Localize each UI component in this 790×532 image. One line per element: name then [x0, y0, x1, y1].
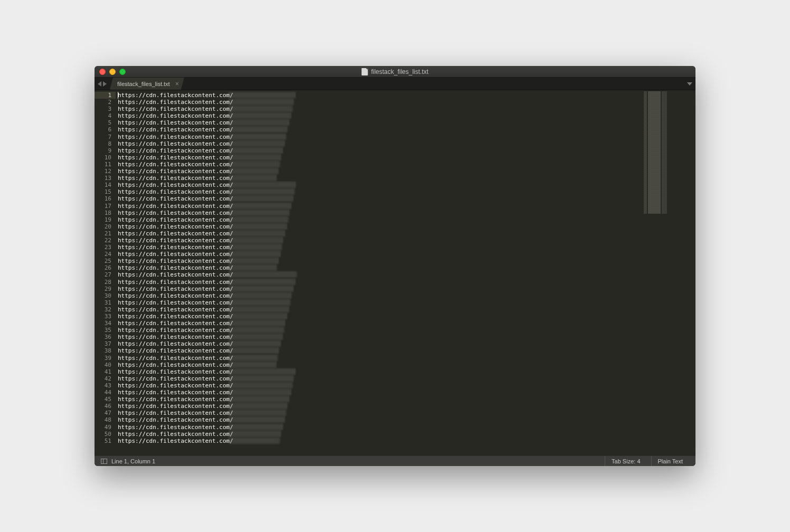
- code-line[interactable]: https://cdn.filestackcontent.com/: [118, 168, 695, 175]
- code-line[interactable]: https://cdn.filestackcontent.com/: [118, 161, 695, 168]
- line-number[interactable]: 10: [95, 154, 111, 161]
- code-line[interactable]: https://cdn.filestackcontent.com/: [118, 134, 695, 140]
- code-line[interactable]: https://cdn.filestackcontent.com/: [118, 368, 695, 375]
- code-line[interactable]: https://cdn.filestackcontent.com/: [118, 188, 695, 195]
- line-number[interactable]: 50: [95, 431, 111, 438]
- line-number[interactable]: 25: [95, 258, 111, 264]
- tab-size-status[interactable]: Tab Size: 4: [605, 456, 646, 466]
- line-number[interactable]: 16: [95, 195, 111, 202]
- code-line[interactable]: https://cdn.filestackcontent.com/: [118, 210, 695, 216]
- line-number[interactable]: 14: [95, 182, 111, 188]
- code-line[interactable]: https://cdn.filestackcontent.com/: [118, 195, 695, 202]
- code-line[interactable]: https://cdn.filestackcontent.com/: [118, 334, 695, 340]
- line-number[interactable]: 4: [95, 112, 111, 119]
- line-number[interactable]: 21: [95, 230, 111, 237]
- line-number[interactable]: 2: [95, 99, 111, 106]
- line-number[interactable]: 32: [95, 306, 111, 313]
- line-number[interactable]: 30: [95, 292, 111, 299]
- line-number[interactable]: 33: [95, 313, 111, 320]
- code-line[interactable]: https://cdn.filestackcontent.com/: [118, 147, 695, 154]
- line-number[interactable]: 24: [95, 251, 111, 258]
- code-line[interactable]: https://cdn.filestackcontent.com/: [118, 416, 695, 423]
- line-number[interactable]: 51: [95, 438, 111, 444]
- file-tab[interactable]: filestack_files_list.txt ×: [110, 78, 184, 90]
- line-number[interactable]: 47: [95, 410, 111, 416]
- code-line[interactable]: https://cdn.filestackcontent.com/: [118, 140, 695, 147]
- code-line[interactable]: https://cdn.filestackcontent.com/: [118, 264, 695, 271]
- code-line[interactable]: https://cdn.filestackcontent.com/: [118, 382, 695, 389]
- line-number[interactable]: 49: [95, 424, 111, 431]
- line-number[interactable]: 13: [95, 175, 111, 182]
- line-number[interactable]: 40: [95, 362, 111, 368]
- code-line[interactable]: https://cdn.filestackcontent.com/: [118, 327, 695, 334]
- code-line[interactable]: https://cdn.filestackcontent.com/: [118, 410, 695, 416]
- line-number[interactable]: 6: [95, 126, 111, 133]
- code-line[interactable]: https://cdn.filestackcontent.com/: [118, 119, 695, 126]
- close-window-button[interactable]: [99, 69, 106, 75]
- line-number[interactable]: 48: [95, 416, 111, 423]
- code-line[interactable]: https://cdn.filestackcontent.com/: [118, 99, 695, 106]
- line-number[interactable]: 27: [95, 271, 111, 278]
- code-line[interactable]: https://cdn.filestackcontent.com/: [118, 320, 695, 327]
- line-number[interactable]: 15: [95, 188, 111, 195]
- code-line[interactable]: https://cdn.filestackcontent.com/: [118, 362, 695, 368]
- line-number[interactable]: 42: [95, 375, 111, 382]
- line-number[interactable]: 23: [95, 244, 111, 251]
- line-number[interactable]: 8: [95, 140, 111, 147]
- code-line[interactable]: https://cdn.filestackcontent.com/: [118, 216, 695, 223]
- line-number[interactable]: 7: [95, 134, 111, 140]
- minimize-window-button[interactable]: [109, 69, 116, 75]
- line-number[interactable]: 29: [95, 286, 111, 292]
- line-number[interactable]: 1: [95, 92, 116, 99]
- code-line[interactable]: https://cdn.filestackcontent.com/: [118, 223, 695, 230]
- zoom-window-button[interactable]: [119, 69, 126, 75]
- editor-area[interactable]: 1234567891011121314151617181920212223242…: [95, 90, 695, 455]
- code-line[interactable]: https://cdn.filestackcontent.com/: [118, 203, 695, 210]
- code-line[interactable]: https://cdn.filestackcontent.com/: [118, 313, 695, 320]
- code-line[interactable]: https://cdn.filestackcontent.com/: [118, 92, 695, 99]
- code-line[interactable]: https://cdn.filestackcontent.com/: [118, 299, 695, 306]
- line-number[interactable]: 34: [95, 320, 111, 327]
- code-line[interactable]: https://cdn.filestackcontent.com/: [118, 403, 695, 410]
- line-number[interactable]: 31: [95, 299, 111, 306]
- code-line[interactable]: https://cdn.filestackcontent.com/: [118, 251, 695, 258]
- syntax-status[interactable]: Plain Text: [651, 456, 690, 466]
- line-number[interactable]: 19: [95, 216, 111, 223]
- line-number[interactable]: 18: [95, 210, 111, 216]
- line-number[interactable]: 3: [95, 106, 111, 112]
- code-line[interactable]: https://cdn.filestackcontent.com/: [118, 375, 695, 382]
- gutter[interactable]: 1234567891011121314151617181920212223242…: [95, 90, 116, 455]
- nav-back-icon[interactable]: [98, 81, 101, 87]
- line-number[interactable]: 38: [95, 347, 111, 354]
- line-number[interactable]: 36: [95, 334, 111, 340]
- code-line[interactable]: https://cdn.filestackcontent.com/: [118, 347, 695, 354]
- sidebar-toggle-icon[interactable]: [101, 459, 107, 464]
- line-number[interactable]: 43: [95, 382, 111, 389]
- line-number[interactable]: 12: [95, 168, 111, 175]
- code-line[interactable]: https://cdn.filestackcontent.com/: [118, 355, 695, 362]
- code-line[interactable]: https://cdn.filestackcontent.com/: [118, 230, 695, 237]
- line-number[interactable]: 5: [95, 119, 111, 126]
- cursor-position-status[interactable]: Line 1, Column 1: [111, 458, 155, 464]
- line-number[interactable]: 39: [95, 355, 111, 362]
- line-number[interactable]: 46: [95, 403, 111, 410]
- code-line[interactable]: https://cdn.filestackcontent.com/: [118, 431, 695, 438]
- line-number[interactable]: 11: [95, 161, 111, 168]
- line-number[interactable]: 9: [95, 147, 111, 154]
- code-line[interactable]: https://cdn.filestackcontent.com/: [118, 389, 695, 396]
- code-line[interactable]: https://cdn.filestackcontent.com/: [118, 340, 695, 347]
- line-number[interactable]: 41: [95, 368, 111, 375]
- code-line[interactable]: https://cdn.filestackcontent.com/: [118, 306, 695, 313]
- line-number[interactable]: 20: [95, 223, 111, 230]
- line-number[interactable]: 26: [95, 264, 111, 271]
- code-line[interactable]: https://cdn.filestackcontent.com/: [118, 438, 695, 444]
- line-number[interactable]: 28: [95, 279, 111, 286]
- code-line[interactable]: https://cdn.filestackcontent.com/: [118, 112, 695, 119]
- code-line[interactable]: https://cdn.filestackcontent.com/: [118, 396, 695, 403]
- code-line[interactable]: https://cdn.filestackcontent.com/: [118, 237, 695, 244]
- line-number[interactable]: 35: [95, 327, 111, 334]
- line-number[interactable]: 37: [95, 340, 111, 347]
- code-line[interactable]: https://cdn.filestackcontent.com/: [118, 154, 695, 161]
- code-line[interactable]: https://cdn.filestackcontent.com/: [118, 279, 695, 286]
- line-number[interactable]: 17: [95, 203, 111, 210]
